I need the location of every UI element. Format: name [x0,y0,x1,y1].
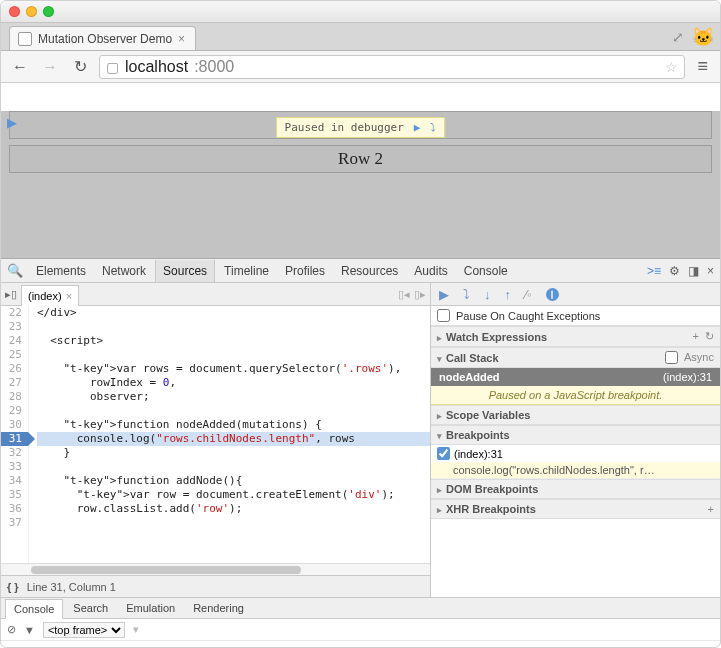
page-resume-icon[interactable]: ▶ [7,115,17,130]
xhr-breakpoints-header[interactable]: XHR Breakpoints + [431,499,720,519]
forward-button[interactable]: → [39,56,61,78]
file-tab[interactable]: (index) × [21,285,79,306]
browser-tab[interactable]: Mutation Observer Demo × [9,26,196,50]
drawer-tab-rendering[interactable]: Rendering [185,599,252,617]
breakpoints-title: Breakpoints [437,429,510,441]
tab-elements[interactable]: Elements [29,260,93,282]
close-window-button[interactable] [9,6,20,17]
deactivate-bp-icon[interactable]: ⁄◦ [525,287,532,302]
url-port: :8000 [194,58,234,76]
callstack-header[interactable]: Call Stack Async [431,347,720,368]
tab-network[interactable]: Network [95,260,153,282]
line-gutter[interactable]: 22232425262728293031323334353637 [1,306,29,563]
step-into-icon[interactable]: ↓ [484,287,491,302]
watch-title: Watch Expressions [437,331,547,343]
tab-sources[interactable]: Sources [155,260,215,282]
debugger-sidebar: ▶ ⤵ ↓ ↑ ⁄◦ ∥ Pause On Caught Exceptions … [431,283,720,597]
filter-regex-icon[interactable]: ▾ [133,623,139,636]
resume-icon[interactable]: ▶ [439,287,449,302]
browser-menu-icon[interactable]: ≡ [693,56,712,77]
close-tab-icon[interactable]: × [178,32,185,46]
callstack-title: Call Stack [437,352,499,364]
breakpoint-checkbox[interactable] [437,447,450,460]
back-button[interactable]: ← [9,56,31,78]
favicon-icon [18,32,32,46]
browser-toolbar: ← → ↻ ▢ localhost:8000 ☆ ≡ [1,51,720,83]
banner-step-icon[interactable]: ⤵ [430,121,436,134]
tab-timeline[interactable]: Timeline [217,260,276,282]
console-output[interactable]: rows.childNodes.length 2 (index):31 ❯ [1,641,720,648]
fullscreen-icon[interactable]: ⤢ [672,29,684,45]
add-watch-icon[interactable]: + [693,330,699,343]
drawer-tab-search[interactable]: Search [65,599,116,617]
refresh-watch-icon[interactable]: ↻ [705,330,714,343]
code-editor[interactable]: 22232425262728293031323334353637 </div> … [1,306,430,563]
horizontal-scrollbar[interactable] [1,563,430,575]
scrollbar-thumb[interactable] [31,566,301,574]
zoom-window-button[interactable] [43,6,54,17]
tab-title: Mutation Observer Demo [38,32,172,46]
page-row: Row 2 [9,145,712,173]
frame-selector[interactable]: <top frame> [43,622,125,638]
async-checkbox[interactable] [665,351,678,364]
drawer-tabbar: Console Search Emulation Rendering [1,597,720,619]
show-navigator-icon[interactable]: ▸▯ [5,288,17,301]
tab-resources[interactable]: Resources [334,260,405,282]
debugger-toolbar: ▶ ⤵ ↓ ↑ ⁄◦ ∥ [431,283,720,306]
inspect-icon[interactable]: 🔍 [7,263,23,278]
pause-exceptions-icon[interactable]: ∥ [546,288,559,301]
scope-variables-header[interactable]: Scope Variables [431,405,720,425]
bookmark-star-icon[interactable]: ☆ [665,59,678,75]
reload-button[interactable]: ↻ [69,56,91,78]
clear-console-icon[interactable]: ⊘ [7,623,16,636]
window-titlebar [1,1,720,23]
paused-text: Paused in debugger [285,121,404,134]
extension-icon[interactable]: 🐱 [692,26,714,48]
tab-console[interactable]: Console [457,260,515,282]
console-toolbar: ⊘ ▼ <top frame> ▾ [1,619,720,641]
scope-title: Scope Variables [437,409,530,421]
paused-in-debugger-banner: Paused in debugger ▶ ⤵ [276,117,446,138]
cursor-position: Line 31, Column 1 [27,581,116,593]
page-viewport: ▶ Paused in debugger ▶ ⤵ Row 1 Row 2 [1,111,720,259]
watch-expressions-header[interactable]: Watch Expressions +↻ [431,326,720,347]
editor-statusbar: { } Line 31, Column 1 [1,575,430,597]
devtools-toolbar: 🔍 Elements Network Sources Timeline Prof… [1,259,720,283]
omnibox[interactable]: ▢ localhost:8000 ☆ [99,55,685,79]
show-debugger-icon[interactable]: ▯▸ [414,288,426,301]
toggle-drawer-icon[interactable]: >≡ [647,264,661,278]
callstack-frame[interactable]: nodeAdded (index):31 [431,368,720,386]
tab-audits[interactable]: Audits [407,260,454,282]
traffic-lights [9,6,54,17]
close-devtools-icon[interactable]: × [707,264,714,278]
dom-breakpoints-header[interactable]: DOM Breakpoints [431,479,720,499]
pause-caught-label: Pause On Caught Exceptions [456,310,600,322]
settings-gear-icon[interactable]: ⚙ [669,264,680,278]
banner-resume-icon[interactable]: ▶ [414,121,421,134]
pretty-print-icon[interactable]: { } [7,581,19,593]
pause-caught-row[interactable]: Pause On Caught Exceptions [431,306,720,326]
devtools: 🔍 Elements Network Sources Timeline Prof… [1,259,720,648]
breakpoint-code: console.log("rows.childNodes.length", r… [431,462,720,479]
drawer-tab-console[interactable]: Console [5,599,63,619]
async-label: Async [684,351,714,364]
breakpoint-label: (index):31 [454,448,503,460]
xhr-bp-title: XHR Breakpoints [437,503,536,515]
tab-profiles[interactable]: Profiles [278,260,332,282]
filter-icon[interactable]: ▼ [24,624,35,636]
step-out-icon[interactable]: ↑ [505,287,512,302]
close-file-icon[interactable]: × [66,290,72,302]
stack-frame-name: nodeAdded [439,371,500,383]
add-xhr-bp-icon[interactable]: + [708,503,714,515]
code-body[interactable]: </div> <script> "t-key">var rows = docum… [29,306,430,563]
breakpoints-header[interactable]: Breakpoints [431,425,720,445]
pause-caught-checkbox[interactable] [437,309,450,322]
history-back-icon[interactable]: ▯◂ [398,288,410,301]
drawer-tab-emulation[interactable]: Emulation [118,599,183,617]
minimize-window-button[interactable] [26,6,37,17]
step-over-icon[interactable]: ⤵ [463,287,470,302]
url-host: localhost [125,58,188,76]
file-tab-label: (index) [28,290,62,302]
breakpoint-item[interactable]: (index):31 [431,445,720,462]
dock-icon[interactable]: ◨ [688,264,699,278]
